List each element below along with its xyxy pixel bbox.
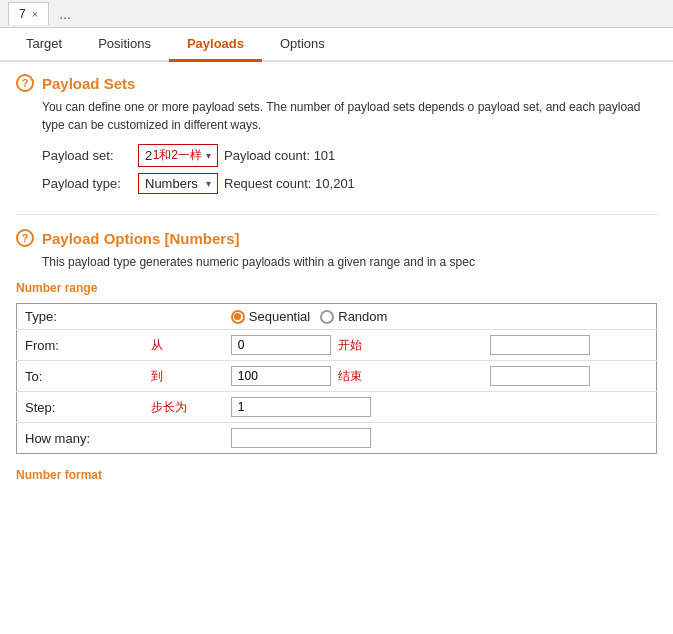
payload-set-value: 2 xyxy=(145,148,153,163)
from-input-annotation: 开始 xyxy=(338,338,362,352)
payload-set-annotation: 1和2一样 xyxy=(153,147,202,164)
random-label: Random xyxy=(338,309,387,324)
to-label: To: xyxy=(17,361,139,392)
payload-set-select[interactable]: 2 1和2一样 ▾ xyxy=(138,144,218,167)
from-input-extra[interactable] xyxy=(490,335,590,355)
step-label: Step: xyxy=(17,392,139,423)
number-range-table: Type: Sequential Random xyxy=(16,303,657,454)
nav-tabs: Target Positions Payloads Options xyxy=(0,28,673,62)
table-row: To: 到 结束 xyxy=(17,361,657,392)
sequential-radio-icon xyxy=(231,310,245,324)
payload-options-help-icon[interactable]: ? xyxy=(16,229,34,247)
type-label: Type: xyxy=(17,304,139,330)
from-annotation: 从 xyxy=(151,338,163,352)
sequential-label: Sequential xyxy=(249,309,310,324)
tab-number: 7 xyxy=(19,7,26,21)
sequential-radio[interactable]: Sequential xyxy=(231,309,310,324)
tab-overflow-button[interactable]: ... xyxy=(51,2,79,26)
tab-close-button[interactable]: × xyxy=(32,8,38,20)
howmany-input[interactable] xyxy=(231,428,371,448)
payload-options-section: ? Payload Options [Numbers] This payload… xyxy=(16,229,657,482)
from-input[interactable] xyxy=(231,335,331,355)
table-row: Type: Sequential Random xyxy=(17,304,657,330)
tab-options[interactable]: Options xyxy=(262,28,343,62)
payload-type-row: Payload type: Numbers ▾ Request count: 1… xyxy=(42,173,657,194)
payload-sets-title: Payload Sets xyxy=(42,75,135,92)
payload-options-header: ? Payload Options [Numbers] xyxy=(16,229,657,247)
from-label: From: xyxy=(17,330,139,361)
payload-type-select[interactable]: Numbers ▾ xyxy=(138,173,218,194)
number-format-label: Number format xyxy=(16,468,657,482)
window-tab[interactable]: 7 × xyxy=(8,2,49,25)
random-radio[interactable]: Random xyxy=(320,309,387,324)
payload-set-row: Payload set: 2 1和2一样 ▾ Payload count: 10… xyxy=(42,144,657,167)
request-count-label: Request count: 10,201 xyxy=(224,176,355,191)
payload-sets-header: ? Payload Sets xyxy=(16,74,657,92)
tab-payloads[interactable]: Payloads xyxy=(169,28,262,62)
tab-positions[interactable]: Positions xyxy=(80,28,169,62)
payload-count-label: Payload count: 101 xyxy=(224,148,335,163)
number-range-label: Number range xyxy=(16,281,657,295)
title-bar: 7 × ... xyxy=(0,0,673,28)
to-input[interactable] xyxy=(231,366,331,386)
to-annotation: 到 xyxy=(151,369,163,383)
step-annotation: 步长为 xyxy=(151,400,187,414)
tab-target[interactable]: Target xyxy=(8,28,80,62)
step-input[interactable] xyxy=(231,397,371,417)
to-input-annotation: 结束 xyxy=(338,369,362,383)
payload-type-label: Payload type: xyxy=(42,176,132,191)
table-row: Step: 步长为 xyxy=(17,392,657,423)
main-content: ? Payload Sets You can define one or mor… xyxy=(0,62,673,626)
payload-set-label: Payload set: xyxy=(42,148,132,163)
table-row: From: 从 开始 xyxy=(17,330,657,361)
payload-sets-section: ? Payload Sets You can define one or mor… xyxy=(16,74,657,194)
payload-set-chevron-icon: ▾ xyxy=(206,150,211,161)
payload-sets-help-icon[interactable]: ? xyxy=(16,74,34,92)
payload-type-chevron-icon: ▾ xyxy=(206,178,211,189)
random-radio-icon xyxy=(320,310,334,324)
payload-options-title: Payload Options [Numbers] xyxy=(42,230,240,247)
payload-sets-description: You can define one or more payload sets.… xyxy=(42,98,657,134)
payload-options-description: This payload type generates numeric payl… xyxy=(42,253,657,271)
to-input-extra[interactable] xyxy=(490,366,590,386)
table-row: How many: xyxy=(17,423,657,454)
payload-type-value: Numbers xyxy=(145,176,202,191)
howmany-label: How many: xyxy=(17,423,139,454)
type-radio-group: Sequential Random xyxy=(231,309,474,324)
section-divider xyxy=(16,214,657,215)
